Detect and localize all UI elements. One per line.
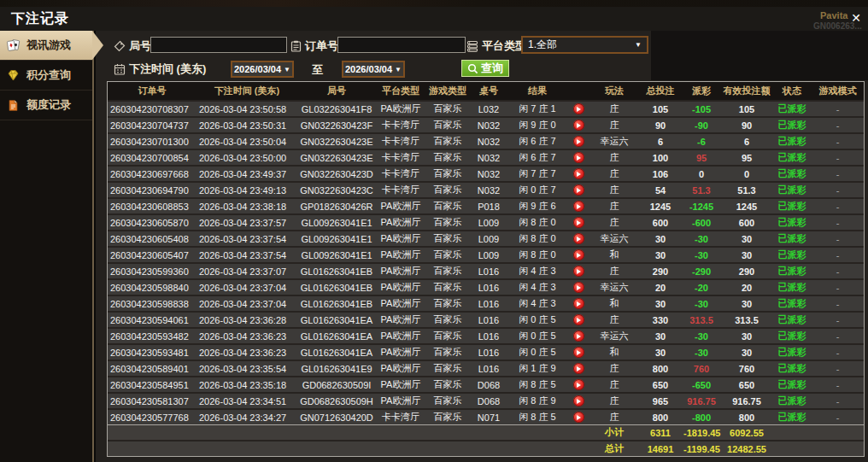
status: 已派彩 [772, 213, 812, 230]
status: 已派彩 [772, 230, 812, 246]
column-header: 订单号 [108, 82, 196, 100]
play-type: 和 [589, 343, 639, 360]
empty-cell [196, 440, 297, 456]
database-icon [466, 40, 478, 52]
play-video-icon[interactable] [573, 136, 584, 147]
subtotal-row-label: 小计 [589, 424, 639, 440]
result: 闲 0 庄 5 [507, 327, 567, 343]
play-video-icon[interactable] [573, 103, 584, 114]
sidebar-item-quota-records[interactable]: 额度记录 [0, 91, 92, 120]
table-no: L009 [470, 213, 507, 230]
play-video-icon[interactable] [573, 330, 584, 342]
table-row: 2603042305894012026-03-04 23:35:54GL0162… [108, 360, 864, 376]
column-header: 平台类型 [376, 82, 425, 100]
play-type: 和 [589, 295, 639, 311]
empty-cell [425, 440, 470, 456]
valid-bet: 800 [721, 408, 772, 424]
table-row: 2603042306058702026-03-04 23:37:57GL0092… [108, 213, 864, 230]
round-id: GL009263041E1 [297, 213, 376, 230]
round-id: GN0322630423C [297, 181, 376, 197]
play-video-icon[interactable] [573, 395, 584, 406]
status: 已派彩 [772, 181, 812, 197]
play-video-icon[interactable] [573, 120, 584, 131]
platform-type-select[interactable]: 1.全部 ▼ [521, 36, 648, 54]
bet-time: 2026-03-04 23:38:18 [196, 197, 297, 213]
play-video-icon[interactable] [573, 249, 584, 260]
search-icon [467, 63, 478, 74]
play-video-icon[interactable] [573, 233, 584, 244]
payout: -30 [682, 327, 721, 343]
search-button[interactable]: 查询 [461, 60, 509, 77]
play-video-icon[interactable] [573, 201, 584, 212]
platform: PA欧洲厅 [376, 295, 425, 311]
status: 已派彩 [772, 132, 812, 149]
bet-total: 30 [639, 230, 682, 246]
play-video-icon[interactable] [573, 266, 584, 277]
valid-bet: 30 [721, 295, 772, 311]
round-number-input[interactable] [150, 37, 287, 53]
play-video-icon[interactable] [573, 412, 584, 423]
game-mode: - [812, 197, 864, 213]
empty-cell [108, 424, 196, 440]
play-video-icon[interactable] [573, 184, 584, 196]
platform: PA欧洲厅 [376, 278, 425, 295]
payout: -290 [682, 262, 721, 278]
bet-time: 2026-03-04 23:36:23 [196, 327, 297, 343]
table-row: 2603042305993602026-03-04 23:37:07GL0162… [108, 262, 864, 278]
result: 闲 8 庄 0 [507, 213, 567, 230]
order-filter-label: 订单号 [290, 38, 338, 54]
table-header-row: 订单号下注时间 (美东)局号平台类型游戏类型桌号结果玩法总投注派彩有效投注额状态… [108, 82, 864, 100]
order-number-input[interactable] [337, 37, 466, 53]
game-type: 百家乐 [425, 311, 470, 327]
play-video-icon[interactable] [573, 379, 584, 390]
result: 闲 6 庄 7 [507, 149, 567, 165]
close-icon[interactable]: ✕ [849, 11, 863, 25]
bet-total: 800 [639, 360, 682, 376]
play-cell [567, 327, 589, 343]
bet-total: 30 [639, 327, 682, 343]
play-video-icon[interactable] [573, 298, 584, 309]
play-video-icon[interactable] [573, 363, 584, 374]
valid-bet: 90 [721, 116, 772, 132]
play-cell [567, 343, 589, 360]
empty-cell [470, 440, 507, 456]
bet-total: 290 [639, 262, 682, 278]
game-mode: - [812, 376, 864, 392]
game-mode: - [812, 295, 864, 311]
result: 闲 4 庄 3 [507, 262, 567, 278]
play-cell [567, 376, 589, 392]
table-no: L032 [470, 100, 507, 116]
play-video-icon[interactable] [573, 314, 584, 325]
play-video-icon[interactable] [573, 168, 584, 179]
platform: 卡卡湾厅 [376, 181, 425, 197]
column-header: 游戏类型 [425, 82, 470, 100]
result: 闲 8 庄 9 [507, 392, 567, 408]
date-to-picker[interactable]: 2026/03/04 ▼ [342, 61, 405, 78]
order-id: 260304230584951 [108, 376, 196, 392]
order-id: 260304230708307 [108, 100, 196, 116]
play-cell [567, 132, 589, 149]
play-type: 和 [589, 246, 639, 262]
round-id: GL016263041EA [297, 311, 376, 327]
status: 已派彩 [772, 278, 812, 295]
valid-bet: 1245 [721, 197, 772, 213]
play-type: 庄 [589, 165, 639, 181]
round-filter-label: 局号 [114, 38, 151, 54]
order-id: 260304230598838 [108, 295, 196, 311]
sidebar-item-points-query[interactable]: 积分查询 [0, 61, 92, 91]
bet-time: 2026-03-04 23:50:04 [196, 132, 297, 149]
bet-total: 6 [639, 132, 682, 149]
play-video-icon[interactable] [573, 347, 584, 358]
game-mode: - [812, 116, 864, 132]
play-video-icon[interactable] [573, 282, 584, 293]
cards-icon [6, 38, 21, 53]
table-no: L009 [470, 246, 507, 262]
play-video-icon[interactable] [573, 152, 584, 163]
play-video-icon[interactable] [573, 217, 584, 228]
play-cell [567, 311, 589, 327]
bet-total: 20 [639, 278, 682, 295]
valid-bet: 916.75 [721, 392, 772, 408]
valid-bet: 6 [721, 132, 772, 149]
date-from-picker[interactable]: 2026/03/04 ▼ [231, 61, 294, 78]
sidebar-item-video-games[interactable]: 视讯游戏 [0, 31, 92, 61]
